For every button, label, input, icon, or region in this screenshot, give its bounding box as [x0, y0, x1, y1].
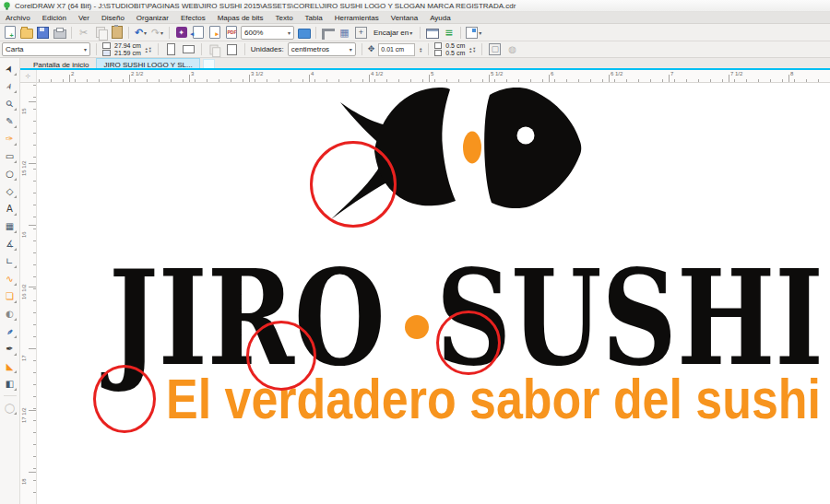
all-pages-button[interactable]: [208, 42, 221, 56]
window-settings-icon[interactable]: [425, 26, 439, 40]
duplicate-y-value[interactable]: 0.5 cm: [445, 50, 465, 57]
new-document-icon[interactable]: +: [3, 26, 17, 40]
portrait-button[interactable]: [164, 42, 178, 56]
current-page-button[interactable]: [225, 42, 239, 56]
page-width-value[interactable]: 27.94 cm: [114, 42, 141, 50]
ruler-tick: [338, 79, 339, 82]
save-icon[interactable]: [36, 26, 50, 40]
import-icon[interactable]: ◂: [191, 26, 205, 40]
menu-item-ver[interactable]: Ver: [78, 14, 89, 22]
ellipse-tool[interactable]: ○: [2, 165, 18, 182]
menu-item-texto[interactable]: Texto: [275, 14, 292, 22]
menu-item-diseño[interactable]: Diseño: [101, 14, 125, 22]
ruler-label: 3 1/2: [251, 71, 263, 76]
undo-icon[interactable]: ↶▾: [134, 26, 148, 40]
menu-item-organizar[interactable]: Organizar: [136, 14, 169, 22]
application-launcher-icon[interactable]: ▾: [466, 26, 481, 40]
page-size-spinner[interactable]: ▲▼▲▼: [145, 47, 152, 53]
ruler-tick: [33, 145, 36, 146]
menu-item-efectos[interactable]: Efectos: [181, 14, 206, 22]
cut-icon[interactable]: ✂: [77, 26, 90, 40]
treat-as-filled-button[interactable]: ▢: [488, 42, 502, 56]
ruler-tick: [638, 79, 639, 82]
menu-item-edición[interactable]: Edición: [42, 14, 66, 22]
page-height-value[interactable]: 21.59 cm: [114, 50, 141, 57]
zoom-tool[interactable]: ⚲: [2, 95, 18, 112]
ruler-tick: [482, 79, 483, 82]
show-rulers-icon[interactable]: [321, 26, 335, 40]
duplicate-x-value[interactable]: 0.5 cm: [445, 42, 465, 50]
search-content-icon[interactable]: ✦: [174, 26, 188, 40]
rectangle-tool[interactable]: ▭: [2, 147, 18, 165]
open-folder-icon[interactable]: [19, 26, 33, 40]
fit-dropdown[interactable]: Encajar en ▾: [371, 26, 415, 40]
options-icon[interactable]: ≡: [442, 26, 456, 40]
menu-item-archivo[interactable]: Archivo: [6, 14, 30, 22]
table-tool[interactable]: ▦: [2, 217, 18, 235]
transparency-tool[interactable]: ◐: [2, 305, 18, 322]
freehand-tool[interactable]: ✎: [2, 112, 18, 130]
full-screen-preview-icon[interactable]: [297, 26, 311, 40]
artistic-media-tool[interactable]: ✑: [2, 130, 18, 147]
red-circle-fish-tail[interactable]: [310, 141, 397, 228]
red-circle-letter-r-tail[interactable]: [246, 321, 316, 391]
polygon-tool[interactable]: ◇: [2, 182, 18, 200]
ruler-tick: [314, 79, 315, 82]
horizontal-ruler[interactable]: 22 1/233 1/244 1/255 1/266 1/277 1/28: [37, 70, 830, 83]
drawing-canvas[interactable]: JIRO SUSHI El verdadero sabor del sushi: [37, 83, 830, 504]
pick-tool[interactable]: ➤: [2, 60, 18, 77]
nudge-spinner[interactable]: ▲▼: [419, 47, 422, 53]
fill-tool[interactable]: ◣: [2, 357, 18, 375]
no-fill-well[interactable]: ◯: [2, 399, 18, 416]
ruler-tick: [33, 169, 36, 170]
print-icon[interactable]: [53, 26, 66, 40]
red-circle-letter-s-curl[interactable]: [436, 311, 501, 375]
color-eyedropper-tool[interactable]: ✒: [2, 322, 18, 340]
ruler-tick-major: [429, 75, 430, 82]
page-size-select[interactable]: Carta ▾: [2, 42, 90, 56]
interactive-fill-tool[interactable]: ◧: [2, 375, 18, 393]
nudge-input[interactable]: 0.01 cm: [378, 43, 415, 56]
snap-to-icon[interactable]: +: [354, 26, 368, 40]
menu-item-mapas-de-bits[interactable]: Mapas de bits: [218, 14, 264, 22]
connector-tool[interactable]: ∟: [2, 252, 18, 270]
units-select[interactable]: centimetros ▾: [288, 42, 356, 56]
logo-separator-dot[interactable]: [405, 315, 429, 339]
menu-item-ayuda[interactable]: Ayuda: [430, 14, 451, 22]
menu-item-ventana[interactable]: Ventana: [391, 14, 418, 22]
ruler-tick-major: [249, 75, 250, 82]
ruler-tick: [33, 480, 36, 481]
duplicate-spinner[interactable]: ▲▼▲▼: [468, 47, 476, 53]
drop-shadow-tool[interactable]: ❏: [2, 287, 18, 305]
paste-icon[interactable]: [110, 26, 124, 40]
menu-item-herramientas[interactable]: Herramientas: [335, 14, 379, 22]
shape-tool[interactable]: ➢: [2, 77, 18, 95]
fish-head[interactable]: [484, 88, 581, 208]
nudge-icon: ✥: [368, 45, 375, 53]
bezier-tool[interactable]: ∿: [2, 270, 18, 287]
landscape-button[interactable]: [182, 42, 196, 56]
ruler-origin[interactable]: ⊹: [20, 70, 37, 83]
zoom-level-combo[interactable]: 600% ▾: [241, 26, 294, 40]
color-eyedropper-tool-icon: ✒: [4, 325, 16, 337]
toolbar-separator: [169, 27, 170, 39]
menu-item-tabla[interactable]: Tabla: [305, 14, 323, 22]
publish-pdf-icon[interactable]: PDF: [224, 26, 238, 40]
red-circle-letter-j-tail[interactable]: [93, 365, 156, 433]
ruler-tick: [33, 181, 36, 182]
ruler-label: 16 1/2: [21, 284, 27, 299]
outline-pen-tool[interactable]: ✒: [2, 340, 18, 357]
vertical-ruler[interactable]: 1515 1/21616 1/21717 1/218: [20, 83, 37, 504]
fish-orange-oval[interactable]: [463, 132, 481, 164]
export-icon[interactable]: ▸: [208, 26, 221, 40]
ruler-tick-major: [489, 75, 490, 82]
redo-icon[interactable]: ↷▾: [150, 26, 164, 40]
text-tool[interactable]: A: [2, 200, 18, 217]
page-dimension-icons: [102, 42, 111, 56]
copy-icon[interactable]: [93, 26, 107, 40]
dimension-tool[interactable]: ∡: [2, 235, 18, 252]
ruler-tick: [33, 396, 36, 397]
property-bar: Carta ▾ 27.94 cm 21.59 cm ▲▼▲▼ Unidades:…: [0, 41, 830, 58]
ruler-tick: [207, 79, 208, 82]
show-grid-icon[interactable]: ▦: [338, 26, 351, 40]
